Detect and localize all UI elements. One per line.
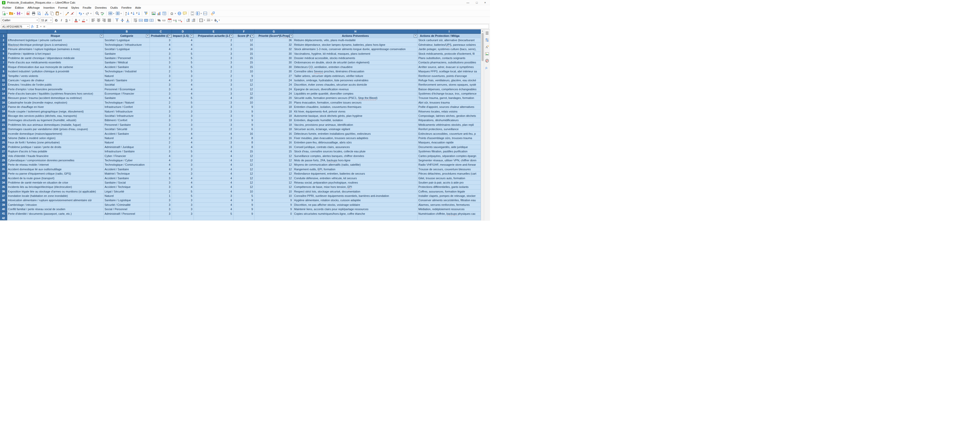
- cell-C29[interactable]: 4: [150, 158, 172, 163]
- cell-A17[interactable]: Panne de chauffage en hiver: [7, 105, 104, 109]
- cell-D32[interactable]: 3: [172, 171, 194, 176]
- cell-B2[interactable]: Sociétal / Logistique: [104, 38, 150, 43]
- row-header-42[interactable]: 42: [0, 216, 7, 220]
- menu-feuille[interactable]: Feuille: [81, 6, 93, 10]
- cell-G29[interactable]: 12: [255, 158, 293, 163]
- row-header-21[interactable]: 21: [0, 123, 7, 127]
- cell-D34[interactable]: 4: [172, 181, 194, 185]
- borders-dropdown-icon[interactable]: ▾: [204, 19, 205, 21]
- cell-A8[interactable]: Risque d'intoxication due aux monoxyde d…: [7, 65, 104, 69]
- cell-A21[interactable]: Problèmes liés aux animaux domestiques (…: [7, 123, 104, 127]
- cell-B19[interactable]: Sociétal / Infrastructure: [104, 114, 150, 118]
- cell-G33[interactable]: 12: [255, 176, 293, 181]
- cell-D23[interactable]: 4: [172, 132, 194, 136]
- cell-A38[interactable]: Intoxication alimentaire / rupture appro…: [7, 198, 104, 203]
- cell-I21[interactable]: Médicaments vétérinaires stockés, plan r…: [418, 123, 481, 127]
- cell-A27[interactable]: Rupture d'accès à l'eau potable: [7, 149, 104, 154]
- cell-C5[interactable]: 3: [150, 52, 172, 56]
- headers-footers-button[interactable]: [190, 11, 195, 16]
- cell-E26[interactable]: 3: [194, 145, 234, 149]
- cell-B10[interactable]: Naturel: [104, 74, 150, 78]
- cell-D17[interactable]: 3: [172, 105, 194, 109]
- cell-C20[interactable]: 3: [150, 118, 172, 122]
- split-window-button[interactable]: [202, 11, 208, 16]
- row-header-10[interactable]: 10: [0, 74, 7, 78]
- cell-I12[interactable]: Renforcement serrures, stores opaques, s…: [418, 82, 481, 87]
- find-replace-button[interactable]: a: [95, 11, 100, 16]
- cell-A15[interactable]: Blessure grave / trauma (accident domest…: [7, 96, 104, 100]
- cell-A12[interactable]: Émeutes / troubles de l'ordre public: [7, 82, 104, 87]
- font-size-combo[interactable]: 11 pt ▾: [40, 17, 52, 23]
- sidebar-settings-tab[interactable]: [485, 30, 490, 35]
- cell-C18[interactable]: 3: [150, 109, 172, 114]
- cell-G32[interactable]: 12: [255, 171, 293, 176]
- autofilter-G-icon[interactable]: ▼: [290, 34, 293, 38]
- cell-A7[interactable]: Perte d'accès aux médicaments essentiels: [7, 60, 104, 65]
- cell-C11[interactable]: 4: [150, 78, 172, 82]
- insert-columns-button[interactable]: ▾: [115, 11, 123, 16]
- font-color-button[interactable]: A▾: [73, 17, 81, 23]
- hyperlink-button[interactable]: [177, 11, 182, 16]
- format-date-button[interactable]: 7: [167, 17, 172, 23]
- cell-D15[interactable]: 5: [172, 96, 194, 100]
- row-header-23[interactable]: 23: [0, 132, 7, 136]
- cell-D18[interactable]: 3: [172, 109, 194, 114]
- cell-H35[interactable]: Compétences de base, mise hors tension, …: [293, 185, 418, 189]
- bold-button[interactable]: G: [54, 17, 59, 23]
- cell-E12[interactable]: 3: [194, 82, 234, 87]
- cell-B34[interactable]: Sanitaire / Social: [104, 181, 150, 185]
- cell-A22[interactable]: Dommages causés par vandalisme ciblé (pr…: [7, 127, 104, 132]
- minimize-button[interactable]: —: [466, 0, 469, 5]
- cell-H21[interactable]: Vaccins, provisions pour animaux, identi…: [293, 123, 418, 127]
- cell-B14[interactable]: Économique / Financier: [104, 92, 150, 96]
- new-document-button[interactable]: ▾: [1, 11, 8, 16]
- header-cell-D1[interactable]: Impact (1-5)▼: [172, 34, 194, 38]
- cell-E22[interactable]: 2: [194, 127, 234, 132]
- autofilter-button[interactable]: [143, 11, 149, 16]
- cell-G8[interactable]: 30: [255, 65, 293, 69]
- cut-button[interactable]: [44, 11, 49, 16]
- row-header-13[interactable]: 13: [0, 87, 7, 92]
- cell-C32[interactable]: 4: [150, 171, 172, 176]
- cell-F38[interactable]: 9: [234, 198, 255, 203]
- cell-A2[interactable]: Effondrement logistique / pénurie carbur…: [7, 38, 104, 43]
- cell-D31[interactable]: 3: [172, 167, 194, 171]
- cell-G27[interactable]: 15: [255, 149, 293, 154]
- row-header-38[interactable]: 38: [0, 198, 7, 203]
- cell-I37[interactable]: Installer clapets, pompes de relevage, s…: [418, 194, 481, 198]
- cell-D19[interactable]: 3: [172, 114, 194, 118]
- navigator-tab[interactable]: [485, 58, 490, 63]
- cell-B9[interactable]: Technologique / Industriel: [104, 69, 150, 74]
- cell-D42[interactable]: [172, 216, 194, 220]
- cell-G3[interactable]: 32: [255, 43, 293, 47]
- cell-A29[interactable]: Cyberattaque / compromission données per…: [7, 158, 104, 163]
- cell-A10[interactable]: Tempête / vents violents: [7, 74, 104, 78]
- cell-D24[interactable]: 4: [172, 136, 194, 140]
- cell-I15[interactable]: Trousse trauma, garrot, bandages, format…: [418, 96, 481, 100]
- sort-descending-button[interactable]: Z: [135, 11, 141, 16]
- cell-E16[interactable]: 3: [194, 100, 234, 105]
- format-number-button[interactable]: 0,0: [162, 17, 167, 23]
- cell-E11[interactable]: 3: [194, 78, 234, 82]
- cell-A4[interactable]: Pénurie alimentaire / rupture logistique…: [7, 47, 104, 51]
- cell-I17[interactable]: Poêle d'appoint, sources chaleur alterna…: [418, 105, 481, 109]
- scroll-up-icon[interactable]: ▲: [481, 29, 484, 32]
- cell-I11[interactable]: Refuge frais, ventilateurs, glacière, ea…: [418, 78, 481, 82]
- cell-D12[interactable]: 4: [172, 82, 194, 87]
- cell-G10[interactable]: 27: [255, 74, 293, 78]
- cell-B40[interactable]: Social / Personnel: [104, 207, 150, 211]
- row-header-17[interactable]: 17: [0, 105, 7, 109]
- cell-F21[interactable]: 9: [234, 123, 255, 127]
- cell-A34[interactable]: Problème de santé mentale en situation d…: [7, 181, 104, 185]
- delete-decimal-button[interactable]: 0,0: [178, 17, 183, 23]
- row-header-19[interactable]: 19: [0, 114, 7, 118]
- row-header-40[interactable]: 40: [0, 207, 7, 211]
- cell-C33[interactable]: 3: [150, 176, 172, 181]
- cell-F19[interactable]: 9: [234, 114, 255, 118]
- cell-H7[interactable]: Ordonnances en double, stock de sécurité…: [293, 60, 418, 65]
- cell-D6[interactable]: 5: [172, 56, 194, 60]
- cell-B36[interactable]: Légal / Sécurité: [104, 189, 150, 194]
- cell-F12[interactable]: 12: [234, 82, 255, 87]
- cell-E39[interactable]: 4: [194, 203, 234, 207]
- row-header-20[interactable]: 20: [0, 118, 7, 122]
